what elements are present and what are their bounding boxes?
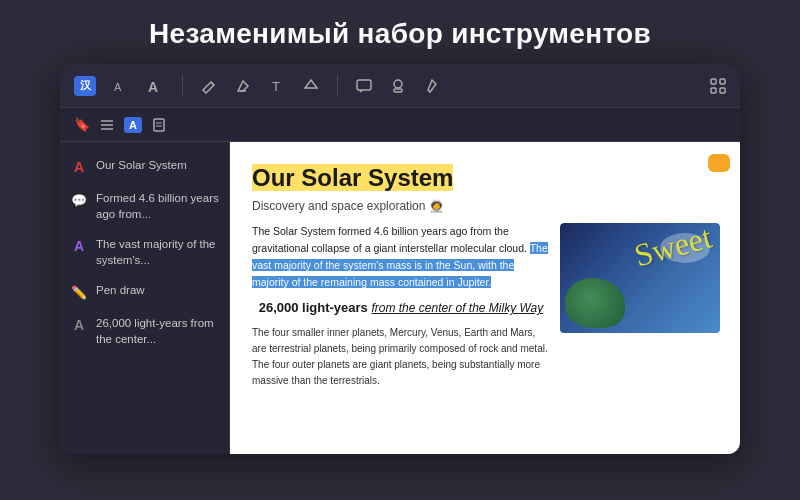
pen-icon[interactable] [424, 78, 440, 94]
svg-rect-11 [720, 88, 725, 93]
list-sub-icon[interactable] [100, 118, 114, 132]
sidebar-item-pen[interactable]: ✏️ Pen draw [60, 275, 229, 308]
sub-toolbar: 🔖 A [60, 108, 740, 142]
sidebar-a-icon-3: A [70, 316, 88, 334]
pencil-icon[interactable] [201, 78, 217, 94]
toolbar: 汉 A A T [60, 64, 740, 108]
highlighter-icon[interactable] [235, 78, 251, 94]
doc-image-column: Sweet [560, 223, 720, 389]
format-text-icon[interactable]: 汉 [74, 76, 96, 96]
font-small-icon[interactable]: A [114, 78, 130, 94]
stamp-icon[interactable] [390, 78, 406, 94]
shape-icon[interactable] [303, 78, 319, 94]
text-sub-icon[interactable]: A [124, 117, 142, 133]
sidebar-item-formed[interactable]: 💬 Formed 4.6 billion years ago from... [60, 183, 229, 229]
sidebar-pencil-icon: ✏️ [70, 283, 88, 301]
sidebar-text-4: Pen draw [96, 282, 219, 298]
sidebar-text-1: Our Solar System [96, 157, 219, 173]
doc-lightyears: 26,000 light-years from the center of th… [252, 298, 550, 319]
sidebar-item-lightyears[interactable]: A 26,000 light-years from the center... [60, 308, 229, 354]
svg-rect-18 [714, 159, 725, 167]
sidebar-text-3: The vast majority of the system's... [96, 236, 219, 268]
doc-lower-text: The four smaller inner planets, Mercury,… [252, 325, 550, 389]
page-sub-icon[interactable] [152, 118, 166, 132]
main-content: A Our Solar System 💬 Formed 4.6 billion … [60, 142, 740, 454]
doc-intro-text: The Solar System formed 4.6 billion year… [252, 225, 530, 254]
svg-rect-10 [711, 88, 716, 93]
comment-icon[interactable] [356, 78, 372, 94]
doc-subtitle: Discovery and space exploration 🧑‍🚀 [252, 199, 720, 213]
svg-text:A: A [148, 79, 158, 94]
document-area[interactable]: Our Solar System Discovery and space exp… [230, 142, 740, 454]
sidebar: A Our Solar System 💬 Formed 4.6 billion … [60, 142, 230, 454]
sidebar-a-icon-2: A [70, 237, 88, 255]
grid-icon[interactable] [710, 78, 726, 94]
sidebar-comment-icon: 💬 [70, 191, 88, 209]
bookmark-sub-icon[interactable]: 🔖 [74, 117, 90, 132]
comment-bubble[interactable] [708, 154, 730, 172]
svg-text:A: A [114, 81, 122, 93]
space-earth [565, 278, 625, 328]
svg-text:T: T [272, 79, 280, 94]
page-title: Незаменимый набор инструментов [129, 0, 671, 64]
font-large-icon[interactable]: A [148, 78, 164, 94]
doc-body-row: The Solar System formed 4.6 billion year… [252, 223, 720, 389]
svg-point-6 [394, 80, 402, 88]
sidebar-a-icon-1: A [70, 158, 88, 176]
doc-title: Our Solar System [252, 162, 720, 193]
sidebar-item-solar[interactable]: A Our Solar System [60, 150, 229, 183]
svg-rect-8 [711, 79, 716, 84]
doc-title-text: Our Solar System [252, 164, 453, 191]
svg-rect-9 [720, 79, 725, 84]
separator-1 [182, 75, 183, 97]
doc-text-column: The Solar System formed 4.6 billion year… [252, 223, 550, 389]
sidebar-text-2: Formed 4.6 billion years ago from... [96, 190, 219, 222]
milkyway-label: from the center of the Milky Way [371, 301, 543, 315]
space-clouds [660, 233, 710, 263]
sidebar-item-vast[interactable]: A The vast majority of the system's... [60, 229, 229, 275]
text-tool-icon[interactable]: T [269, 78, 285, 94]
lightyears-label: 26,000 light-years [259, 300, 368, 315]
separator-2 [337, 75, 338, 97]
svg-rect-4 [357, 80, 371, 90]
svg-rect-7 [394, 89, 402, 92]
svg-rect-15 [154, 119, 164, 131]
space-image: Sweet [560, 223, 720, 333]
app-window: 汉 A A T [60, 64, 740, 454]
sidebar-text-5: 26,000 light-years from the center... [96, 315, 219, 347]
